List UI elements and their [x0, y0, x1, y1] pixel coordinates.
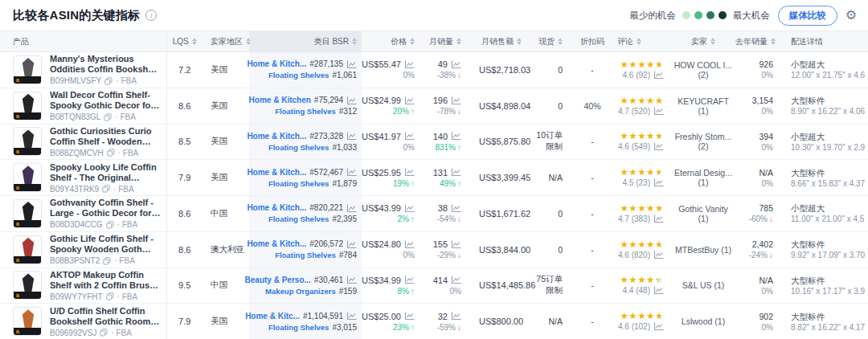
seller-cell[interactable]: MTBestBuy (1) — [669, 231, 738, 268]
product-image[interactable]: a — [13, 127, 42, 156]
product-image[interactable]: a — [13, 271, 42, 300]
col-header-stock[interactable]: 现货 — [526, 31, 572, 52]
product-title[interactable]: AKTOP Makeup Coffin Shelf with 2 Coffin … — [50, 270, 162, 291]
bsr-subcategory-link[interactable]: Floating Shelves — [268, 142, 330, 153]
trend-chart-icon[interactable] — [653, 251, 664, 259]
trend-chart-icon[interactable] — [346, 132, 357, 141]
trend-chart-icon[interactable] — [653, 286, 664, 295]
col-header-seller[interactable]: 卖家 — [669, 31, 738, 52]
product-asin[interactable]: B08TQN83GL — [50, 112, 100, 121]
trend-chart-icon[interactable] — [346, 60, 357, 69]
product-image[interactable]: a — [13, 92, 42, 120]
trend-chart-icon[interactable] — [404, 276, 415, 284]
trend-chart-icon[interactable] — [404, 96, 415, 105]
copy-icon[interactable] — [107, 149, 115, 157]
copy-icon[interactable] — [104, 77, 113, 85]
trend-chart-icon[interactable] — [404, 60, 415, 69]
seller-cell[interactable]: Lslwood (1) — [669, 304, 738, 339]
copy-icon[interactable] — [106, 221, 114, 229]
trend-chart-icon[interactable] — [451, 168, 461, 177]
product-title[interactable]: Gothvanity Coffin Shelf - Large - Gothic… — [50, 198, 162, 219]
bsr-category-link[interactable]: Home & Kitchen — [249, 95, 311, 106]
trend-chart-icon[interactable] — [653, 322, 664, 331]
trend-chart-icon[interactable] — [653, 214, 664, 223]
col-header-monthly-revenue[interactable]: 月销售额 — [466, 31, 526, 52]
seller-cell[interactable]: S&L US (1) — [669, 268, 738, 304]
bsr-category-link[interactable]: Home & Kitch... — [247, 59, 306, 70]
col-header-bsr[interactable]: 类目 BSR — [249, 31, 362, 52]
seller-cell[interactable]: Gothic Vanity (1) — [669, 196, 738, 232]
product-asin[interactable]: B096992VSJ — [50, 329, 96, 337]
col-header-price[interactable]: 价格 — [362, 31, 420, 52]
trend-chart-icon[interactable] — [451, 60, 461, 69]
copy-icon[interactable] — [103, 257, 111, 265]
col-header-last-year-sales[interactable]: 去年销量 — [738, 31, 778, 52]
product-asin[interactable]: B09HMLVSFY — [50, 76, 101, 85]
seller-cell[interactable]: Eternal Desig... (1) — [669, 160, 738, 196]
trend-chart-icon[interactable] — [404, 132, 415, 141]
product-title[interactable]: Gothic Life Coffin Shelf - Spooky Wooden… — [50, 234, 162, 255]
col-header-monthly-sales[interactable]: 月销量 — [420, 31, 466, 52]
bsr-subcategory-link[interactable]: Floating Shelves — [268, 322, 330, 333]
media-compare-button[interactable]: 媒体比较 — [778, 6, 837, 26]
trend-chart-icon[interactable] — [346, 168, 357, 177]
product-image[interactable]: a — [13, 163, 42, 192]
product-image[interactable]: a — [13, 199, 42, 228]
product-image[interactable]: a — [13, 55, 42, 84]
product-title[interactable]: U/D Coffin Shelf Coffin Bookshelf Gothic… — [50, 306, 162, 327]
product-title[interactable]: Wall Decor Coffin Shelf- Spooky Gothic D… — [50, 90, 162, 111]
trend-chart-icon[interactable] — [451, 204, 461, 213]
trend-chart-icon[interactable] — [451, 312, 461, 321]
product-asin[interactable]: B09Y43TRK9 — [50, 185, 99, 194]
copy-icon[interactable] — [102, 185, 110, 193]
trend-chart-icon[interactable] — [451, 96, 461, 105]
trend-chart-icon[interactable] — [404, 204, 415, 213]
copy-icon[interactable] — [106, 292, 114, 300]
trend-chart-icon[interactable] — [653, 107, 664, 116]
trend-chart-icon[interactable] — [653, 71, 664, 80]
product-title[interactable]: Gothic Curiosities Curio Coffin Shelf - … — [50, 126, 162, 147]
bsr-subcategory-link[interactable]: Floating Shelves — [268, 214, 330, 224]
bsr-category-link[interactable]: Home & Kitch... — [247, 202, 306, 214]
trend-chart-icon[interactable] — [346, 96, 357, 105]
col-header-region[interactable]: 卖家地区 — [203, 31, 249, 52]
info-icon[interactable] — [145, 10, 157, 21]
seller-cell[interactable]: HOW COOL I... (2) — [669, 52, 738, 88]
trend-chart-icon[interactable] — [404, 312, 415, 321]
trend-chart-icon[interactable] — [451, 276, 461, 284]
copy-icon[interactable] — [104, 113, 112, 121]
bsr-subcategory-link[interactable]: Makeup Organizers — [265, 286, 336, 296]
bsr-subcategory-link[interactable]: Floating Shelves — [268, 178, 330, 189]
bsr-category-link[interactable]: Beauty & Perso... — [245, 275, 311, 286]
trend-chart-icon[interactable] — [404, 168, 415, 177]
trend-chart-icon[interactable] — [346, 204, 357, 213]
bsr-category-link[interactable]: Home & Kitch... — [247, 167, 306, 178]
trend-chart-icon[interactable] — [653, 142, 664, 151]
bsr-category-link[interactable]: Home & Kitc... — [245, 311, 300, 322]
product-asin[interactable]: B09WY7YFHT — [50, 292, 103, 301]
bsr-category-link[interactable]: Home & Kitch... — [247, 131, 306, 142]
product-asin[interactable]: B08B3PSNT2 — [50, 256, 100, 265]
trend-chart-icon[interactable] — [346, 312, 357, 321]
product-title[interactable]: Spooky Looky Life Coffin Shelf - The Ori… — [50, 162, 162, 183]
seller-cell[interactable]: Freshly Stom... (2) — [669, 124, 738, 160]
product-asin[interactable]: B088ZQMCVH — [50, 149, 104, 157]
trend-chart-icon[interactable] — [346, 240, 357, 249]
copy-icon[interactable] — [100, 329, 108, 337]
bsr-subcategory-link[interactable]: Floating Shelves — [275, 250, 336, 260]
col-header-lqs[interactable]: LQS — [166, 31, 203, 52]
product-image[interactable]: a — [13, 307, 42, 336]
product-image[interactable]: a — [13, 235, 42, 264]
trend-chart-icon[interactable] — [653, 178, 664, 187]
trend-chart-icon[interactable] — [346, 276, 357, 284]
col-header-reviews[interactable]: 评论 — [612, 31, 669, 52]
trend-chart-icon[interactable] — [451, 132, 461, 141]
bsr-subcategory-link[interactable]: Floating Shelves — [275, 106, 336, 116]
seller-cell[interactable]: KEYUCRAFT (1) — [669, 88, 738, 124]
trend-chart-icon[interactable] — [404, 240, 415, 249]
product-title[interactable]: Manny's Mysterious Oddities Coffin Books… — [50, 54, 162, 75]
bsr-subcategory-link[interactable]: Floating Shelves — [268, 70, 330, 80]
bsr-category-link[interactable]: Home & Kitch... — [247, 239, 306, 250]
gear-icon[interactable] — [845, 9, 857, 22]
trend-chart-icon[interactable] — [451, 240, 461, 249]
